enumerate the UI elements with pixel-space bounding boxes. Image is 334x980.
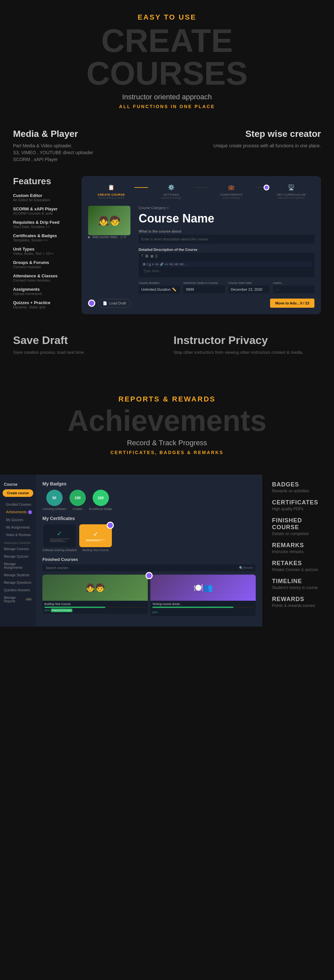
cert-item-software-training[interactable]: ✓	[43, 524, 76, 547]
sidebar-item-achievements[interactable]: › Achievements	[0, 508, 36, 516]
editor-type-here[interactable]: Type here...	[141, 267, 312, 275]
fi-title: Requisites & Drip Feed	[13, 220, 72, 225]
course-cards-row: 👧🧒 Buiding Test Course 60% Passed Enroll…	[43, 574, 256, 616]
step-wise-desc: Unique create process with all functions…	[177, 142, 321, 149]
tab-curriculum-sublabel: Add Units and Quizzes	[278, 196, 304, 199]
add-video-extra-icons: ◻ V	[120, 235, 126, 239]
format-list[interactable]: ≡	[152, 262, 154, 266]
raf-rewards-title: REWARDS	[272, 596, 328, 603]
raf-remarks: REMARKS Instructor remarks	[272, 542, 328, 554]
format-more[interactable]: ...	[185, 262, 187, 266]
left-features-list: Features Custom Editor An Editor for Edu…	[13, 176, 72, 314]
auto-field: Autom... —	[273, 281, 314, 294]
raf-timeline-title: TIMELINE	[272, 578, 328, 585]
sidebar-item-manage-assignments[interactable]: Manage Assignments	[0, 560, 36, 571]
my-badges-title: My Badges	[43, 481, 256, 487]
sidebar: Course Create course › Enrolled Courses …	[0, 475, 36, 627]
feature-item-requisites: Requisites & Drip Feed Start Date, Durat…	[13, 220, 72, 229]
bottom-features-row: Save Draft Save creation process, load n…	[0, 327, 334, 375]
raf-retakes-title: RETAKES	[272, 560, 328, 567]
editor-body[interactable]: B I U ≡ 1≡ 🔗 <> H1 H2 H3 ... Type here..…	[139, 259, 314, 277]
auto-label: Autom...	[273, 281, 314, 285]
raf-certificates-title: CERTIFICATES	[272, 499, 328, 506]
create-courses-heading: CREATE COURSES	[20, 24, 314, 89]
fi-desc: Dynamic, Static quiz	[13, 305, 72, 309]
certificates-purple-dot	[107, 522, 114, 529]
what-is-input[interactable]: Enter a short description about the cour…	[139, 235, 314, 244]
sidebar-item-assignments[interactable]: › My Assignments	[0, 523, 36, 531]
tab-set-curriculum[interactable]: 🖥️ SET CURRICULUM Add Units and Quizzes	[268, 183, 314, 199]
duration-value[interactable]: Unlimited Duration ✏️	[139, 285, 180, 294]
manage-courses-label: Manage Courses	[4, 547, 29, 551]
max-seats-value[interactable]: 9999	[183, 285, 225, 293]
cert-item-building-test[interactable]: ✓	[79, 524, 112, 547]
load-draft-button[interactable]: 📄 Load Draft	[98, 299, 131, 308]
tab-settings[interactable]: ⚙️ SETTINGS Advance settings	[148, 183, 195, 199]
badges-section: My Badges 50 Amazing Software 100 Creato…	[43, 481, 256, 511]
badge-label-creator: Creator	[70, 508, 86, 511]
sidebar-item-manage-students[interactable]: Manage Students	[0, 571, 36, 579]
format-ol[interactable]: 1≡	[155, 262, 158, 266]
course2-name: Testing course durati...	[152, 602, 254, 606]
tab-components[interactable]: 💼 COMPONENTS course settings	[208, 183, 255, 199]
raf-timeline-desc: Student's history in course	[272, 585, 328, 590]
manage-reports-label: Manage Reports	[4, 596, 23, 603]
sidebar-item-notes[interactable]: › Notes & Reviews	[0, 531, 36, 539]
tab-create-course[interactable]: 📋 CREATE COURSE Start building a course	[88, 183, 135, 199]
sidebar-create-button[interactable]: Create course	[3, 489, 33, 497]
assignments-label: My Assignments	[6, 526, 30, 529]
format-h2[interactable]: H2	[174, 262, 179, 266]
builder-content: ▶ Add course video ◻ V Course Category +…	[88, 206, 314, 294]
start-date-value[interactable]: December 23, 2020	[228, 285, 270, 293]
achievements-heading: Achievements	[20, 406, 314, 436]
auto-value[interactable]: —	[273, 285, 314, 293]
cert-lines	[50, 539, 70, 542]
toolbar-bracket[interactable]: {}	[155, 254, 158, 258]
cert1-label: Software training reloaded	[43, 549, 77, 552]
course-name-display: Course Name	[139, 212, 314, 225]
toolbar-grid[interactable]: ▦	[150, 254, 153, 258]
format-b[interactable]: B	[143, 262, 146, 266]
instructor-oriented-label: Instructor oriented approach	[20, 93, 314, 101]
manage-students-label: Manage Students	[4, 573, 29, 577]
format-link[interactable]: 🔗	[160, 262, 163, 266]
sidebar-item-question-answers[interactable]: Question Answers	[0, 586, 36, 594]
sidebar-item-manage-reports[interactable]: Manage Reports beta	[0, 594, 36, 605]
course-category-label[interactable]: Course Category +	[139, 206, 314, 210]
raf-remarks-title: REMARKS	[272, 542, 328, 549]
builder-left: ▶ Add course video ◻ V	[88, 206, 134, 294]
settings-icon: ⚙️	[167, 183, 176, 192]
sidebar-item-manage-questions[interactable]: Manage Questions	[0, 579, 36, 586]
search-bar[interactable]: 🔍 Recent	[43, 565, 256, 571]
sidebar-course-label: Course	[0, 480, 36, 489]
move-to-advance-button[interactable]: Move to Adv... 0 / 23	[270, 299, 314, 308]
sidebar-item-enrolled[interactable]: › Enrolled Courses	[0, 501, 36, 508]
badge-number-creator: 100	[75, 496, 81, 500]
format-i[interactable]: I	[147, 262, 148, 266]
media-player-desc: Part Media & Video uploader. S3, VIMEO ,…	[13, 142, 157, 163]
start-date-label: Course Start Date	[228, 281, 270, 285]
raf-finished-course: FINISHED COURSE Details on completed	[272, 517, 328, 536]
raf-retakes: RETAKES Retake Courses & quizzes	[272, 560, 328, 572]
course-card-building[interactable]: 👧🧒 Buiding Test Course 60% Passed Enroll…	[43, 574, 148, 616]
toolbar-img[interactable]: 🖼	[145, 254, 149, 258]
course-card-footer-testing: Testing course durati... 80%	[150, 601, 256, 616]
course-card-testing[interactable]: 🍽️👥 Testing course durati... 80%	[150, 574, 256, 616]
media-player-col: Media & Player Part Media & Video upload…	[13, 129, 167, 163]
instructor-privacy-desc: Stop other instructors from viewing othe…	[174, 349, 321, 356]
sidebar-item-quizzes[interactable]: › My Quizzes	[0, 516, 36, 523]
badge-number-excellence: 100	[98, 496, 103, 500]
search-input[interactable]	[46, 566, 239, 570]
sidebar-item-manage-courses[interactable]: Manage Courses	[0, 545, 36, 553]
format-h3[interactable]: H3	[180, 262, 184, 266]
badge-creator: 100 Creator	[70, 490, 86, 511]
toolbar-t[interactable]: T	[141, 254, 143, 258]
add-video-button[interactable]: ▶ Add course video ◻ V	[88, 235, 134, 239]
progress-bar-wrap-2	[152, 607, 254, 608]
hero-section: EASY TO USE CREATE COURSES Instructor or…	[0, 0, 334, 129]
format-u[interactable]: U	[149, 262, 151, 266]
format-code[interactable]: <>	[165, 262, 168, 266]
progress-bar-wrap-1	[44, 607, 146, 608]
format-h1[interactable]: H1	[169, 262, 174, 266]
sidebar-item-manage-quizzes[interactable]: Manage Quizzes	[0, 553, 36, 560]
